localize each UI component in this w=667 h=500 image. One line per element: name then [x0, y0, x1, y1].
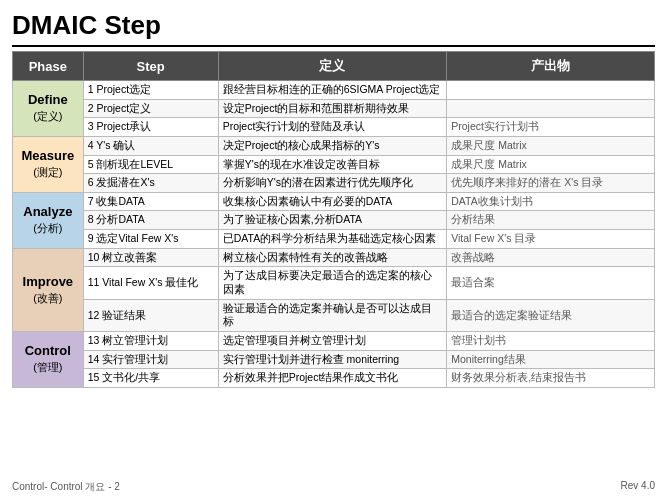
def-cell: 设定Project的目标和范围群析期待效果: [218, 99, 447, 118]
def-cell: 验证最适合的选定案并确认是否可以达成目标: [218, 299, 447, 331]
phase-cell-improve: Improve(改善): [13, 248, 84, 331]
page: DMAIC Step Phase Step 定义 产出物 Define(定义)1…: [0, 0, 667, 500]
step-cell: 11 Vital Few X's 最佳化: [83, 267, 218, 299]
table-row: Measure(测定)4 Y's 确认决定Project的核心成果指标的Y's成…: [13, 136, 655, 155]
phase-cell-define: Define(定义): [13, 81, 84, 137]
step-cell: 6 发掘潜在X's: [83, 174, 218, 193]
step-cell: 5 剖析现在LEVEL: [83, 155, 218, 174]
table-row: 9 选定Vital Few X's已DATA的科学分析结果为基础选定核心因素Vi…: [13, 230, 655, 249]
out-cell: 分析结果: [447, 211, 655, 230]
step-cell: 1 Project选定: [83, 81, 218, 100]
phase-cell-analyze: Analyze(分析): [13, 192, 84, 248]
header-step: Step: [83, 52, 218, 81]
def-cell: 选定管理项目并树立管理计划: [218, 331, 447, 350]
out-cell: 优先顺序来排好的潜在 X's 目录: [447, 174, 655, 193]
table-row: Improve(改善)10 树立改善案树立核心因素特性有关的改善战略改善战略: [13, 248, 655, 267]
header-phase: Phase: [13, 52, 84, 81]
out-cell: Project实行计划书: [447, 118, 655, 137]
step-cell: 8 分析DATA: [83, 211, 218, 230]
def-cell: 掌握Y's的现在水准设定改善目标: [218, 155, 447, 174]
step-cell: 3 Project承认: [83, 118, 218, 137]
step-cell: 14 实行管理计划: [83, 350, 218, 369]
out-cell: [447, 81, 655, 100]
step-cell: 4 Y's 确认: [83, 136, 218, 155]
step-cell: 15 文书化/共享: [83, 369, 218, 388]
out-cell: Moniterring结果: [447, 350, 655, 369]
page-title: DMAIC Step: [12, 10, 655, 41]
table-row: 12 验证结果验证最适合的选定案并确认是否可以达成目标最适合的选定案验证结果: [13, 299, 655, 331]
step-cell: 7 收集DATA: [83, 192, 218, 211]
table-row: 14 实行管理计划实行管理计划并进行检查 moniterringMoniterr…: [13, 350, 655, 369]
table-row: 3 Project承认Project实行计划的登陆及承认Project实行计划书: [13, 118, 655, 137]
step-cell: 12 验证结果: [83, 299, 218, 331]
def-cell: 跟经营目标相连的正确的6SIGMA Project选定: [218, 81, 447, 100]
out-cell: 成果尺度 Matrix: [447, 136, 655, 155]
def-cell: 决定Project的核心成果指标的Y's: [218, 136, 447, 155]
table-header-row: Phase Step 定义 产出物: [13, 52, 655, 81]
def-cell: 树立核心因素特性有关的改善战略: [218, 248, 447, 267]
table-row: 11 Vital Few X's 最佳化为了达成目标要决定最适合的选定案的核心因…: [13, 267, 655, 299]
phase-cell-measure: Measure(测定): [13, 136, 84, 192]
table-row: 2 Project定义设定Project的目标和范围群析期待效果: [13, 99, 655, 118]
def-cell: 收集核心因素确认中有必要的DATA: [218, 192, 447, 211]
step-cell: 10 树立改善案: [83, 248, 218, 267]
out-cell: 改善战略: [447, 248, 655, 267]
out-cell: DATA收集计划书: [447, 192, 655, 211]
step-cell: 9 选定Vital Few X's: [83, 230, 218, 249]
table-row: 5 剖析现在LEVEL掌握Y's的现在水准设定改善目标成果尺度 Matrix: [13, 155, 655, 174]
def-cell: 已DATA的科学分析结果为基础选定核心因素: [218, 230, 447, 249]
out-cell: 管理计划书: [447, 331, 655, 350]
table-wrap: Phase Step 定义 产出物 Define(定义)1 Project选定跟…: [12, 51, 655, 477]
def-cell: 分析影响Y's的潜在因素进行优先顺序化: [218, 174, 447, 193]
table-row: 6 发掘潜在X's分析影响Y's的潜在因素进行优先顺序化优先顺序来排好的潜在 X…: [13, 174, 655, 193]
header-def: 定义: [218, 52, 447, 81]
footer: Control- Control 개요 - 2 Rev 4.0: [12, 480, 655, 494]
table-row: Control(管理)13 树立管理计划选定管理项目并树立管理计划管理计划书: [13, 331, 655, 350]
out-cell: 最适合案: [447, 267, 655, 299]
footer-right: Rev 4.0: [621, 480, 655, 494]
def-cell: 为了验证核心因素,分析DATA: [218, 211, 447, 230]
def-cell: Project实行计划的登陆及承认: [218, 118, 447, 137]
out-cell: 最适合的选定案验证结果: [447, 299, 655, 331]
def-cell: 实行管理计划并进行检查 moniterring: [218, 350, 447, 369]
table-row: 15 文书化/共享分析效果并把Project结果作成文书化财务效果分析表,结束报…: [13, 369, 655, 388]
table-row: Define(定义)1 Project选定跟经营目标相连的正确的6SIGMA P…: [13, 81, 655, 100]
title-divider: [12, 45, 655, 47]
table-row: Analyze(分析)7 收集DATA收集核心因素确认中有必要的DATADATA…: [13, 192, 655, 211]
step-cell: 13 树立管理计划: [83, 331, 218, 350]
step-cell: 2 Project定义: [83, 99, 218, 118]
footer-left: Control- Control 개요 - 2: [12, 480, 120, 494]
out-cell: 成果尺度 Matrix: [447, 155, 655, 174]
def-cell: 为了达成目标要决定最适合的选定案的核心因素: [218, 267, 447, 299]
def-cell: 分析效果并把Project结果作成文书化: [218, 369, 447, 388]
dmaic-table: Phase Step 定义 产出物 Define(定义)1 Project选定跟…: [12, 51, 655, 388]
out-cell: 财务效果分析表,结束报告书: [447, 369, 655, 388]
out-cell: Vital Few X's 目录: [447, 230, 655, 249]
header-out: 产出物: [447, 52, 655, 81]
out-cell: [447, 99, 655, 118]
phase-cell-control: Control(管理): [13, 331, 84, 387]
table-row: 8 分析DATA为了验证核心因素,分析DATA分析结果: [13, 211, 655, 230]
